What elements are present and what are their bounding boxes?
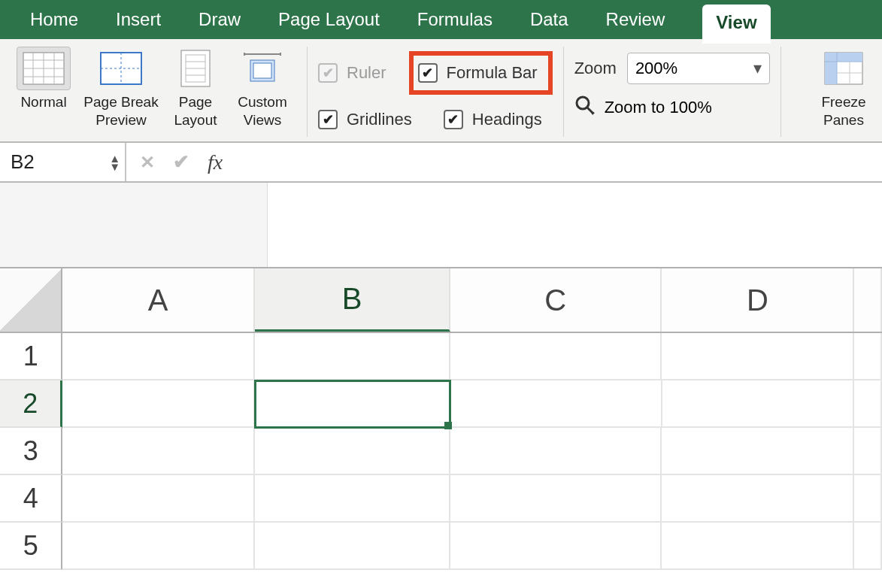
column-headers: A B C D [0, 268, 882, 333]
row-header-5[interactable]: 5 [0, 523, 62, 570]
row-header-3[interactable]: 3 [0, 428, 62, 475]
cell-E3[interactable] [854, 428, 882, 475]
select-all-corner[interactable] [0, 268, 62, 332]
ribbon-tabs: Home Insert Draw Page Layout Formulas Da… [0, 0, 882, 39]
secondary-band [0, 183, 882, 268]
zoom-to-100-button[interactable]: Zoom to 100% [574, 95, 712, 120]
cell-C3[interactable] [450, 428, 662, 475]
tab-formulas[interactable]: Formulas [417, 9, 493, 30]
callout-formula-bar: ✔ Formula Bar [409, 51, 553, 95]
column-header-extra[interactable] [854, 268, 882, 332]
rows: 1 2 3 4 [0, 333, 882, 570]
cell-D4[interactable] [662, 475, 854, 523]
cell-C2[interactable] [450, 380, 662, 428]
enter-icon[interactable]: ✔ [173, 150, 189, 174]
custom-views-button[interactable]: Custom Views [229, 47, 296, 129]
cell-D5[interactable] [662, 523, 854, 570]
freeze-panes-label: Freeze Panes [814, 93, 873, 129]
svg-rect-26 [825, 53, 837, 84]
cell-E5[interactable] [854, 523, 882, 570]
page-layout-icon [168, 47, 223, 90]
group-views: Normal Page Break Preview Page Layout Cu… [11, 47, 308, 137]
tab-insert[interactable]: Insert [116, 9, 161, 30]
headings-label: Headings [472, 110, 542, 129]
formula-bar-label: Formula Bar [447, 63, 538, 83]
name-box[interactable]: B2 ▲▼ [0, 143, 126, 181]
fx-icon[interactable]: fx [208, 150, 223, 174]
gridlines-checkbox[interactable]: ✔ Gridlines [318, 98, 412, 141]
freeze-panes-icon [817, 47, 871, 90]
cell-C5[interactable] [450, 523, 662, 570]
zoom-value: 200% [635, 59, 677, 78]
tab-view[interactable]: View [702, 5, 770, 44]
page-break-preview-label: Page Break Preview [80, 93, 162, 129]
checkmark-icon: ✔ [318, 63, 338, 83]
normal-view-button[interactable]: Normal [11, 47, 77, 111]
chevron-down-icon: ▾ [753, 59, 762, 78]
column-header-D[interactable]: D [662, 268, 854, 332]
cell-A4[interactable] [62, 475, 255, 523]
headings-checkbox[interactable]: ✔ Headings [444, 98, 542, 141]
spreadsheet: A B C D 1 2 3 [0, 268, 882, 570]
cell-A1[interactable] [62, 333, 255, 380]
cell-A5[interactable] [62, 523, 255, 570]
column-header-B[interactable]: B [255, 268, 450, 332]
custom-views-label: Custom Views [229, 93, 296, 129]
cell-C1[interactable] [450, 333, 662, 380]
cell-E1[interactable] [854, 333, 882, 380]
zoom-label: Zoom [574, 59, 617, 78]
cell-B4[interactable] [255, 475, 450, 523]
cell-D3[interactable] [662, 428, 854, 475]
row-header-2[interactable]: 2 [0, 380, 62, 428]
cell-D2[interactable] [662, 380, 855, 428]
formula-bar-checkbox[interactable]: ✔ Formula Bar [418, 63, 538, 83]
zoom-select[interactable]: 200% ▾ [627, 53, 770, 84]
cell-A3[interactable] [62, 428, 255, 475]
cell-C4[interactable] [450, 475, 662, 523]
tab-page-layout[interactable]: Page Layout [278, 9, 380, 30]
group-freeze: Freeze Panes [804, 47, 873, 137]
zoom-to-100-label: Zoom to 100% [605, 98, 712, 117]
cell-B5[interactable] [255, 523, 450, 570]
tab-data[interactable]: Data [530, 9, 568, 30]
cell-B1[interactable] [255, 333, 450, 380]
cancel-icon[interactable]: ✕ [140, 152, 155, 173]
checkmark-icon: ✔ [318, 110, 338, 129]
group-zoom: Zoom 200% ▾ Zoom to 100% [564, 47, 781, 137]
row-header-1[interactable]: 1 [0, 333, 62, 380]
gridlines-label: Gridlines [347, 110, 412, 129]
tab-home[interactable]: Home [30, 9, 78, 30]
checkmark-icon: ✔ [418, 63, 438, 83]
ruler-label: Ruler [347, 63, 386, 83]
cell-B3[interactable] [255, 428, 450, 475]
formula-input[interactable] [236, 143, 882, 181]
cell-E2[interactable] [854, 380, 882, 428]
cell-D1[interactable] [662, 333, 854, 380]
formula-bar: B2 ▲▼ ✕ ✔ fx [0, 143, 882, 183]
tab-draw[interactable]: Draw [199, 9, 241, 30]
page-break-preview-button[interactable]: Page Break Preview [80, 47, 162, 129]
column-header-C[interactable]: C [450, 268, 662, 332]
column-header-A[interactable]: A [62, 268, 255, 332]
page-layout-label: Page Layout [165, 93, 226, 129]
cell-E4[interactable] [854, 475, 882, 523]
normal-view-label: Normal [20, 93, 66, 111]
checkmark-icon: ✔ [444, 110, 463, 129]
tab-review[interactable]: Review [606, 9, 665, 30]
page-layout-button[interactable]: Page Layout [165, 47, 226, 129]
name-box-stepper[interactable]: ▲▼ [109, 155, 120, 170]
group-show: ✔ Ruler ✔ Formula Bar ✔ Gridlines ✔ Head… [308, 47, 564, 137]
row-header-4[interactable]: 4 [0, 475, 62, 523]
ruler-checkbox: ✔ Ruler [318, 51, 386, 95]
cell-A2[interactable] [62, 380, 255, 428]
page-break-preview-icon [94, 47, 148, 90]
svg-point-21 [577, 97, 589, 109]
ribbon-view: Normal Page Break Preview Page Layout Cu… [0, 39, 882, 143]
secondary-band-shaded [0, 183, 268, 267]
cell-B2[interactable] [255, 380, 450, 428]
freeze-panes-button[interactable]: Freeze Panes [814, 47, 873, 129]
name-box-value: B2 [11, 150, 35, 174]
custom-views-icon [235, 47, 289, 90]
normal-view-icon [17, 47, 71, 90]
svg-rect-20 [253, 63, 271, 78]
